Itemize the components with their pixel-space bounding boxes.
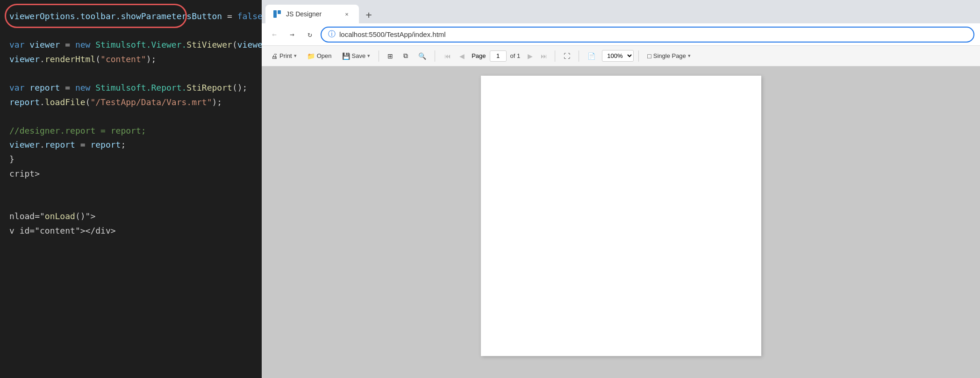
page-icon: 📄	[587, 52, 595, 60]
grid-icon: ⊞	[387, 52, 393, 60]
search-icon: 🔍	[418, 52, 426, 60]
address-bar[interactable]: ⓘ localhost:5500/TestApp/index.html	[321, 27, 974, 43]
grid-view-button[interactable]: ⊞	[384, 50, 397, 62]
code-line: var report = new Stimulsoft.Report.StiRe…	[9, 81, 262, 95]
prev-page-button[interactable]: ◀	[456, 50, 468, 62]
page-view-button[interactable]: 📄	[584, 50, 599, 62]
fullscreen-icon: ⛶	[564, 52, 570, 60]
code-token: var	[9, 81, 29, 95]
code-token: var	[9, 38, 29, 52]
layout-dropdown-arrow: ▾	[688, 53, 691, 59]
code-token: (	[95, 52, 100, 67]
copy-button[interactable]: ⧉	[400, 50, 412, 62]
code-token: ()"	[75, 209, 91, 224]
code-token: ;	[121, 138, 126, 152]
page-label: Page	[472, 52, 486, 59]
browser-panel: JS Designer × + ← → ↻ ⓘ localhost:5500/T…	[262, 0, 980, 378]
code-line	[9, 181, 262, 195]
save-dropdown-arrow: ▾	[367, 53, 370, 59]
last-page-button[interactable]: ⏭	[538, 50, 550, 62]
copy-icon: ⧉	[403, 52, 408, 60]
code-line	[9, 109, 262, 124]
reload-button[interactable]: ↻	[303, 28, 317, 42]
search-button[interactable]: 🔍	[415, 50, 430, 62]
code-token: "content"	[100, 52, 146, 67]
report-page	[481, 76, 761, 356]
code-token: v id="content"></div>	[9, 224, 116, 238]
separator-2	[435, 50, 435, 62]
code-line	[9, 24, 262, 38]
code-token: onLoad	[45, 209, 75, 224]
code-token: );	[212, 95, 222, 110]
code-line: //designer.report = report;	[9, 124, 262, 138]
code-token: new	[75, 81, 95, 95]
separator-5	[638, 50, 639, 62]
tab-title: JS Designer	[286, 10, 322, 18]
save-icon: 💾	[342, 52, 350, 60]
code-token: =	[60, 81, 75, 95]
browser-tab-active[interactable]: JS Designer ×	[265, 5, 359, 23]
code-token: viewerOptions	[237, 38, 262, 52]
code-line: }	[9, 152, 262, 167]
code-line: var viewer = new Stimulsoft.Viewer.StiVi…	[9, 38, 262, 52]
back-button[interactable]: ←	[267, 28, 281, 42]
code-token: viewer	[29, 38, 60, 52]
code-token: loadFile	[45, 95, 86, 110]
new-tab-button[interactable]: +	[361, 7, 377, 22]
viewer-content	[262, 66, 980, 378]
layout-select-button[interactable]: □ Single Page ▾	[644, 50, 694, 62]
code-token: }	[9, 152, 14, 167]
next-page-button[interactable]: ▶	[524, 50, 536, 62]
code-editor: viewerOptions.toolbar.showParametersButt…	[0, 0, 262, 378]
forward-button[interactable]: →	[285, 28, 299, 42]
print-button[interactable]: 🖨 Print ▾	[267, 50, 300, 62]
tab-bar: JS Designer × +	[262, 0, 980, 23]
save-button[interactable]: 💾 Save ▾	[338, 50, 374, 62]
code-token: showParametersButton	[121, 9, 222, 24]
code-token: renderHtml	[45, 52, 95, 67]
code-content: viewerOptions.toolbar.showParametersButt…	[0, 0, 262, 248]
first-page-button[interactable]: ⏮	[442, 50, 454, 62]
code-token: nload="	[9, 209, 45, 224]
code-token: (	[232, 38, 237, 52]
layout-icon: □	[647, 52, 651, 60]
of-pages-label: of 1	[510, 52, 521, 59]
tab-logo-icon	[273, 10, 281, 18]
save-label: Save	[352, 52, 366, 59]
print-label: Print	[279, 52, 292, 59]
code-line: viewerOptions.toolbar.showParametersButt…	[9, 9, 262, 24]
code-token: false	[237, 9, 262, 24]
code-token: StiReport	[186, 81, 232, 95]
code-token: =	[222, 9, 237, 24]
code-line: cript>	[9, 167, 262, 181]
code-token: .	[40, 95, 45, 110]
code-token: cript>	[9, 167, 40, 181]
page-number-input[interactable]	[490, 50, 507, 62]
code-token: .	[40, 52, 45, 67]
viewer-toolbar: 🖨 Print ▾ 📁 Open 💾 Save ▾ ⊞ ⧉ 🔍 ⏮ ◀	[262, 46, 980, 66]
code-line: viewer.renderHtml("content");	[9, 52, 262, 67]
tab-close-button[interactable]: ×	[342, 9, 351, 19]
layout-label: Single Page	[653, 52, 686, 59]
open-button[interactable]: 📁 Open	[303, 50, 336, 62]
code-token: report	[90, 138, 121, 152]
info-icon: ⓘ	[328, 29, 336, 39]
code-token: report	[29, 81, 60, 95]
zoom-select[interactable]: 100% 75% 150%	[602, 50, 634, 62]
code-token: .	[40, 138, 45, 152]
code-token: (	[86, 95, 91, 110]
code-token: viewer	[9, 52, 40, 67]
fullscreen-button[interactable]: ⛶	[560, 50, 574, 62]
code-token: //designer.report = report;	[9, 124, 146, 138]
code-token: ();	[232, 81, 248, 95]
open-icon: 📁	[307, 52, 315, 60]
code-token: Stimulsoft.Report.	[95, 81, 186, 95]
print-icon: 🖨	[271, 52, 278, 60]
code-token: viewerOptions.toolbar.	[9, 9, 121, 24]
code-token: =	[60, 38, 75, 52]
code-token: =	[75, 138, 91, 152]
code-line: report.loadFile("/TestApp/Data/Vars.mrt"…	[9, 95, 262, 110]
svg-rect-1	[278, 10, 281, 14]
code-token: StiViewer	[186, 38, 232, 52]
code-token: report	[45, 138, 75, 152]
